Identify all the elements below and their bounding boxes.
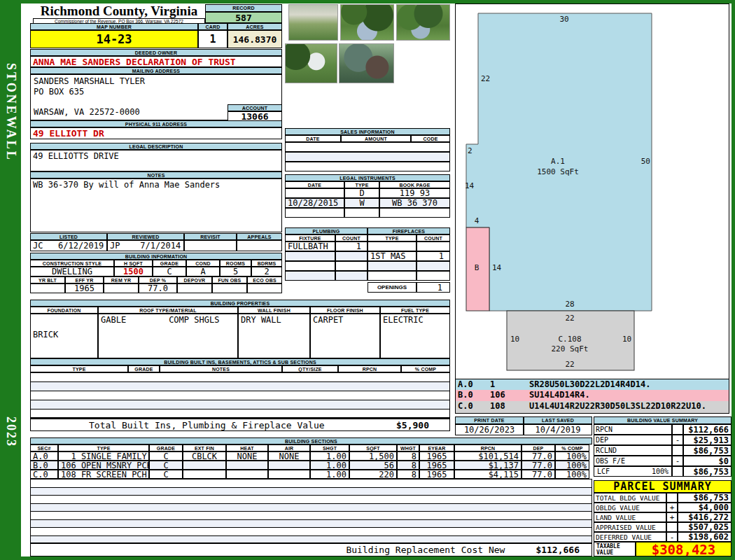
instr-type-value: W <box>344 198 379 208</box>
empty-row <box>31 512 592 520</box>
builtins-notes-label: NOTES <box>160 365 282 372</box>
print-date-value: 10/26/2023 <box>455 424 524 435</box>
sketch-num: 108 <box>488 401 527 413</box>
building-sections-label: BUILDING SECTIONS <box>30 438 592 444</box>
label-section-a-area: 1500 SqFt <box>537 167 579 176</box>
parcel-row: LAND VALUE + $416,272 <box>594 512 732 522</box>
district-label: STONEWALL <box>4 63 18 162</box>
fireplaces-label: FIREPLACES <box>368 227 450 234</box>
replacement-cost-label: Building Replacement Cost New <box>344 545 507 555</box>
grade-value: C <box>149 470 183 479</box>
parcel-value: $4,000 <box>678 503 732 512</box>
bvs-label-text: RPCN <box>596 426 612 433</box>
col-sqft: SQFT <box>349 444 397 451</box>
grade-label: GRADE <box>153 260 186 267</box>
total-built-ins-row: Total Built Ins, Plumbing & Fireplace Va… <box>30 419 450 431</box>
record-value: 587 <box>205 12 282 23</box>
grade-value: C <box>153 267 186 276</box>
roof-type-value: GABLE <box>99 315 128 325</box>
label-section-c: C.108 <box>558 335 581 344</box>
bvs-sign: - <box>672 456 683 466</box>
sec-value: B.0 <box>30 461 58 470</box>
col-comp: % COMP <box>555 444 589 451</box>
building-properties-label: BUILDING PROPERTIES <box>30 300 450 307</box>
bvs-value: $112,666 <box>683 424 732 435</box>
parcel-sign: - <box>666 532 678 542</box>
year-label: 2023 <box>4 416 18 447</box>
bvs-row: LCF100% $86,753 <box>594 466 732 477</box>
parcel-label: TOTAL BLDG VALUE <box>594 493 666 503</box>
dim-left-mid: 14 <box>465 181 475 190</box>
roof-value: GABLE COMP SHGLS <box>98 314 238 358</box>
section-row: C.0 108 FR SCREEN PCH C 1.00 220 8 1965 … <box>30 470 589 479</box>
cond-value: A <box>186 267 220 276</box>
comp-value: 100% <box>555 451 589 461</box>
label-section-c-area: 220 SqFt <box>552 344 589 354</box>
deeded-owner-value: ANNA MAE SANDERS DECLARATION OF TRUST <box>30 56 282 67</box>
sales-amount-label: AMOUNT <box>341 135 411 142</box>
fireplace-count-value <box>416 241 450 251</box>
appeals-value <box>237 240 282 251</box>
rooms-value: 5 <box>220 267 251 276</box>
empty-row <box>31 536 592 544</box>
empty-row <box>31 410 449 418</box>
parcel-row: TOTAL BLDG VALUE $86,753 <box>594 493 732 503</box>
last-saved-value: 10/4/2019 <box>524 424 592 435</box>
mailing-address-label: MAILING ADDRESS <box>30 67 282 74</box>
parcel-row: OBLDG VALUE + $4,000 <box>594 503 732 512</box>
parcel-sign <box>666 493 678 503</box>
property-photo-3 <box>396 4 450 41</box>
fireplace-count-value: 1 <box>416 251 450 261</box>
bvs-row: RCLND $86,753 <box>594 445 732 456</box>
type-value: 108 FR SCREEN PCH <box>58 470 149 479</box>
builtins-grade-label: GRADE <box>128 365 160 372</box>
taxable-value-row: TAXABLE VALUE $308,423 <box>594 542 732 556</box>
bvs-sign <box>672 466 683 477</box>
eyear-value: 1965 <box>419 470 454 479</box>
total-built-ins-value: $5,900 <box>394 420 431 430</box>
mailing-line-1: SANDERS MARSHALL TYLER <box>31 76 147 86</box>
remyr-value <box>104 284 139 293</box>
heat-value: NONE <box>226 451 268 461</box>
rooms-label: ROOMS <box>220 260 251 267</box>
remyr-label: REM YR <box>104 276 139 284</box>
sketch-code-row-c: C.0 108 U14L4U14R2U22R30D50L3SL22D10R22U… <box>456 401 729 413</box>
empty-row <box>31 391 449 400</box>
grade-value: C <box>149 451 183 461</box>
bvs-value: $25,913 <box>683 435 732 445</box>
ecoobs-value <box>247 284 282 293</box>
shgt-value: 1.00 <box>310 451 349 461</box>
property-photo-5 <box>339 43 394 83</box>
physical-address-value: 49 ELLIOTT DR <box>30 127 282 139</box>
bvs-label-text: LCF <box>597 468 610 475</box>
label-section-b: B <box>475 263 479 272</box>
dim-b-right: 14 <box>492 263 502 272</box>
appeals-label: APPEALS <box>237 233 282 240</box>
parcel-value: $507,025 <box>678 522 732 532</box>
legal-instruments-label: LEGAL INSTRUMENTS <box>285 174 450 181</box>
instr-bookpage-value: 119 93 <box>379 188 450 198</box>
dim-c-bottom: 22 <box>565 360 574 369</box>
revisit-label: REVISIT <box>184 233 237 240</box>
section-row: B.0 106 OPEN MSNRY PCH C 1.00 56 8 1965 … <box>30 461 589 470</box>
fireplace-type-value <box>368 271 416 281</box>
sketch-code-row-a: A.0 1 SR28U50L30D22L2D14R4D14. <box>456 379 729 390</box>
sec-value: C.0 <box>30 470 58 479</box>
bvs-label: OBS F/E <box>594 456 672 466</box>
instr-type-value <box>344 208 379 218</box>
dep-value: 77.0 <box>522 461 555 470</box>
deeded-owner-label: DEEDED OWNER <box>30 49 282 56</box>
parcel-label: DEFERRED VALUE <box>594 532 666 542</box>
building-value-summary-label: BUILDING VALUE SUMMARY <box>594 416 732 424</box>
bvs-pct-text: 100% <box>652 468 668 475</box>
eyear-value: 1965 <box>419 451 454 461</box>
dep-pct-label: DEP % <box>139 276 177 284</box>
parcel-label: LAND VALUE <box>594 512 666 522</box>
empty-row <box>285 162 450 172</box>
notes-value: WB 36-370 By will of Anna Mae Sanders <box>30 178 282 232</box>
effyr-value: 1965 <box>65 284 104 293</box>
effyr-label: EFF YR <box>65 276 104 284</box>
sketch-code: SU14L4D14R4. <box>527 390 592 401</box>
dim-right: 50 <box>641 157 650 166</box>
bvs-sign <box>672 445 683 456</box>
